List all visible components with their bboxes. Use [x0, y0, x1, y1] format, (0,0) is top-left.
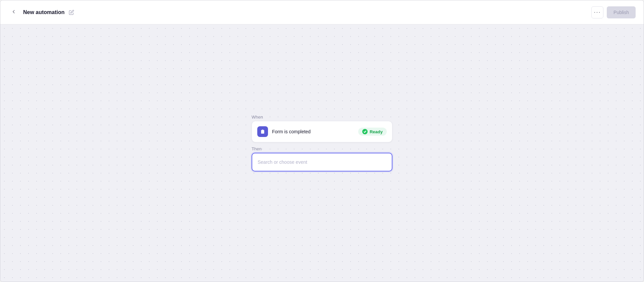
edit-icon[interactable] — [69, 10, 74, 15]
header: New automation ··· Publish — [0, 0, 644, 24]
back-icon — [11, 9, 17, 16]
publish-button[interactable]: Publish — [607, 6, 636, 18]
when-section: When Form is completed — [252, 115, 392, 142]
ready-text: Ready — [370, 129, 383, 134]
svg-rect-0 — [262, 130, 263, 131]
trigger-left: Form is completed — [257, 126, 311, 137]
ready-badge: Ready — [358, 128, 387, 136]
then-section: Then — [252, 146, 392, 171]
header-left: New automation — [8, 7, 74, 18]
main-canvas: When Form is completed — [0, 24, 644, 282]
trigger-card[interactable]: Form is completed Ready — [252, 121, 392, 142]
when-label: When — [252, 115, 392, 120]
more-button[interactable]: ··· — [591, 6, 603, 18]
app-container: New automation ··· Publish When — [0, 0, 644, 282]
trigger-icon — [257, 126, 268, 137]
page-title: New automation — [23, 9, 65, 15]
action-search-card[interactable] — [252, 153, 392, 171]
back-button[interactable] — [8, 7, 19, 18]
workflow-area: When Form is completed — [252, 115, 392, 171]
ready-check-icon — [362, 129, 368, 134]
then-label: Then — [252, 146, 392, 151]
more-icon: ··· — [594, 9, 601, 16]
action-search-input[interactable] — [258, 159, 386, 165]
trigger-label: Form is completed — [272, 129, 311, 134]
header-right: ··· Publish — [591, 6, 636, 18]
